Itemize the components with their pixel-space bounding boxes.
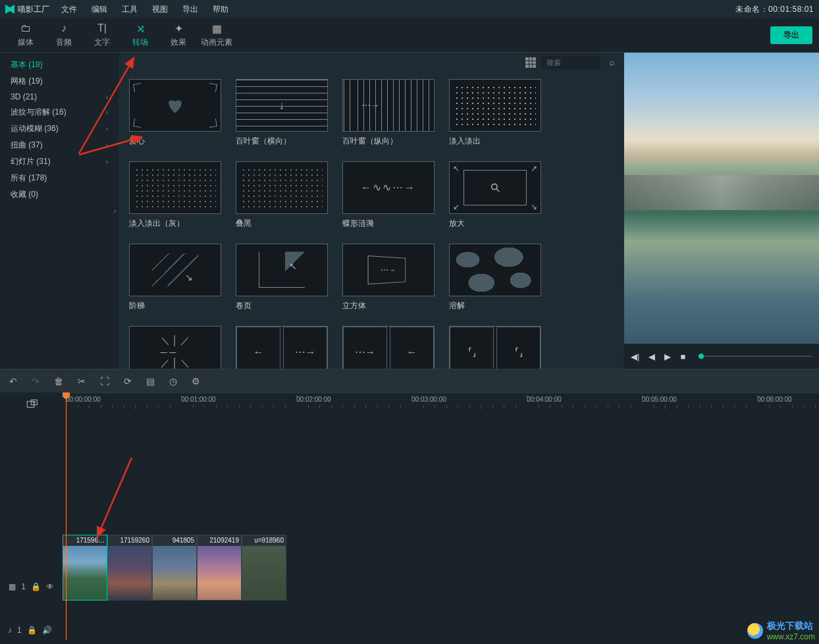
- transition-blinds-h[interactable]: 百叶窗（横向）: [236, 79, 328, 147]
- transition-heart[interactable]: 爱心: [129, 79, 221, 147]
- playhead[interactable]: [66, 392, 66, 640]
- toolbar: 🗀媒体 ♪音频 T|文字 ⤨转场 ✦效果 ▦动画元素 导出: [0, 18, 819, 53]
- clip-3[interactable]: 941805: [152, 535, 197, 601]
- logo-icon: [5, 5, 14, 14]
- transition-corners[interactable]: ⸢⸥⸢⸥: [449, 326, 541, 369]
- delete-button[interactable]: 🗑: [54, 376, 63, 387]
- menu-help[interactable]: 帮助: [213, 4, 228, 15]
- transition-fade[interactable]: 淡入淡出: [449, 79, 541, 147]
- tab-anim[interactable]: ▦动画元素: [198, 20, 236, 51]
- transition-blinds-v[interactable]: 百叶窗（纵向）: [342, 79, 435, 147]
- timer-button[interactable]: ◷: [169, 376, 177, 387]
- transition-icon: ⤨: [136, 22, 145, 34]
- export-button[interactable]: 导出: [770, 26, 812, 44]
- sidebar-item-ripple[interactable]: 波纹与溶解 (16)›: [0, 104, 119, 121]
- transition-browser: ‹ ⌕ 爱心 百叶窗（横向） 百叶窗（纵向） 淡入淡出: [119, 53, 624, 369]
- transition-dissolve[interactable]: 溶解: [449, 244, 541, 311]
- app-logo: 喵影工厂: [5, 4, 49, 15]
- audio-track-header[interactable]: ♪ 1 🔒 🔊: [0, 620, 63, 640]
- timeline-body: ▦ 1 🔒 👁 ♪ 1 🔒 🔊 171596… 17159260 941805 …: [0, 416, 819, 640]
- heart-icon: [165, 96, 186, 115]
- grid-view-icon[interactable]: [525, 57, 536, 68]
- cut-button[interactable]: ✂: [78, 376, 86, 387]
- timeline-tracks[interactable]: 171596… 17159260 941805 21092419 u=91896…: [63, 416, 819, 640]
- sidebar-item-slide[interactable]: 幻灯片 (31)›: [0, 153, 119, 170]
- time-ruler[interactable]: 00:00:00:0000:01:00:0000:02:00:0000:03:0…: [63, 392, 819, 416]
- preview-viewport[interactable]: [624, 53, 819, 344]
- menu-items: 文件 编辑 工具 视图 导出 帮助: [61, 4, 228, 15]
- sidebar-item-blur[interactable]: 运动模糊 (36)›: [0, 121, 119, 137]
- stop-button[interactable]: ■: [680, 352, 685, 362]
- transition-butterfly[interactable]: ←∿∿⋯→ 蝶形涟漪: [342, 161, 435, 229]
- top-menu-bar: 喵影工厂 文件 编辑 工具 视图 导出 帮助 未命名：00:01:58:01: [0, 0, 819, 18]
- tab-effect[interactable]: ✦效果: [159, 20, 198, 51]
- video-track-header[interactable]: ▦ 1 🔒 👁: [0, 553, 63, 620]
- search-input[interactable]: [541, 56, 600, 69]
- sidebar-item-fav[interactable]: 收藏 (0): [0, 186, 119, 203]
- crop-button[interactable]: ⛶: [100, 376, 109, 387]
- preview-image: [624, 53, 819, 344]
- seek-handle[interactable]: [699, 354, 704, 359]
- sidebar-item-distort[interactable]: 扭曲 (37)›: [0, 137, 119, 153]
- transition-black[interactable]: 叠黑: [236, 161, 328, 229]
- lock-icon[interactable]: 🔒: [27, 626, 37, 635]
- sidebar-item-grid[interactable]: 网格 (19): [0, 73, 119, 90]
- collapse-sidebar-button[interactable]: ‹: [112, 201, 119, 221]
- speed-button[interactable]: ⟳: [124, 376, 132, 387]
- timeline-ruler-row: 00:00:00:0000:01:00:0000:02:00:0000:03:0…: [0, 392, 819, 416]
- play-back-button[interactable]: ◀: [648, 352, 655, 362]
- transition-zoom[interactable]: ↖↗↙↘ 放大: [449, 161, 541, 229]
- track-headers: ▦ 1 🔒 👁 ♪ 1 🔒 🔊: [0, 416, 63, 640]
- main-area: 基本 (18) 网格 (19) 3D (21)› 波纹与溶解 (16)› 运动模…: [0, 53, 819, 369]
- clip-2[interactable]: 17159260: [107, 535, 152, 601]
- play-button[interactable]: ▶: [664, 352, 671, 362]
- menu-view[interactable]: 视图: [152, 4, 168, 15]
- tab-audio[interactable]: ♪音频: [45, 20, 83, 51]
- video-clips-row: 171596… 17159260 941805 21092419 u=91896…: [63, 535, 819, 602]
- settings-button[interactable]: ⚙: [192, 376, 200, 387]
- transition-fade-gray[interactable]: 淡入淡出（灰）: [129, 161, 221, 229]
- transition-split-in[interactable]: ⋯→←: [342, 326, 435, 369]
- transition-page[interactable]: 卷页: [236, 244, 328, 311]
- eye-icon[interactable]: 👁: [46, 582, 54, 591]
- thumbs-grid: 爱心 百叶窗（横向） 百叶窗（纵向） 淡入淡出 淡入淡出（灰） 叠黑: [119, 72, 624, 369]
- clip-5[interactable]: u=918960: [242, 535, 286, 601]
- watermark: 极光下载站 www.xz7.com: [747, 620, 815, 641]
- watermark-logo-icon: [747, 623, 763, 639]
- transition-cube[interactable]: 立方体: [342, 244, 435, 311]
- undo-button[interactable]: ↶: [9, 376, 17, 387]
- sidebar-item-3d[interactable]: 3D (21)›: [0, 90, 119, 104]
- speaker-icon[interactable]: 🔊: [42, 626, 52, 635]
- app-name: 喵影工厂: [18, 4, 49, 15]
- chevron-right-icon: ›: [106, 125, 108, 132]
- prev-frame-button[interactable]: ◀|: [631, 352, 639, 362]
- clip-1[interactable]: 171596…: [63, 535, 107, 601]
- menu-tools[interactable]: 工具: [122, 4, 138, 15]
- browser-toolbar: ⌕: [119, 53, 624, 72]
- tab-text[interactable]: T|文字: [83, 20, 121, 51]
- lock-icon[interactable]: 🔒: [31, 582, 41, 591]
- toolbar-tabs: 🗀媒体 ♪音频 T|文字 ⤨转场 ✦效果 ▦动画元素: [7, 20, 236, 51]
- menu-edit[interactable]: 编辑: [92, 4, 107, 15]
- search-icon[interactable]: ⌕: [606, 57, 619, 67]
- effect-icon: ✦: [174, 22, 183, 34]
- audio-track-icon: ♪: [8, 626, 12, 635]
- sidebar-item-basic[interactable]: 基本 (18): [0, 57, 119, 73]
- transition-burst[interactable]: ＼ │ ／─ ─／ │ ＼: [129, 326, 221, 369]
- text-icon: T|: [97, 22, 107, 34]
- clip-4[interactable]: 21092419: [197, 535, 242, 601]
- seek-bar[interactable]: [699, 356, 812, 357]
- color-button[interactable]: ▤: [146, 376, 155, 387]
- menu-export[interactable]: 导出: [182, 4, 198, 15]
- tab-transition[interactable]: ⤨转场: [121, 20, 159, 51]
- project-title: 未命名：00:01:58:01: [735, 4, 814, 15]
- transition-split-out[interactable]: ←⋯→: [236, 326, 328, 369]
- menu-file[interactable]: 文件: [61, 4, 77, 15]
- music-icon: ♪: [61, 22, 66, 34]
- preview-controls: ◀| ◀ ▶ ■: [624, 344, 819, 369]
- transition-stairs[interactable]: 阶梯: [129, 244, 221, 311]
- tab-media[interactable]: 🗀媒体: [7, 20, 45, 51]
- redo-button[interactable]: ↷: [32, 376, 40, 387]
- add-track-button[interactable]: [0, 392, 63, 416]
- sidebar-item-all[interactable]: 所有 (178): [0, 170, 119, 186]
